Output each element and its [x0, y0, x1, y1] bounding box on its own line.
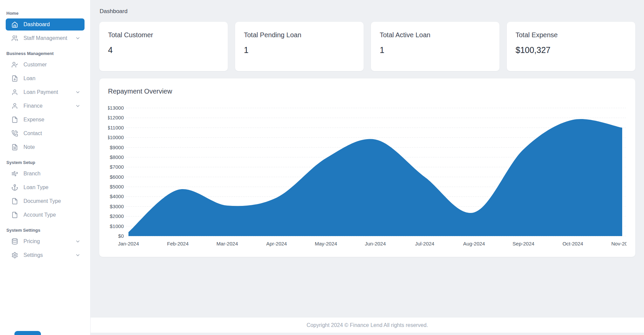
- y-axis-labels: $0$1000$2000$3000$4000$5000$6000$7000$80…: [108, 105, 124, 239]
- stat-card-value: 1: [380, 45, 491, 55]
- sidebar-item-label: Loan: [23, 75, 36, 81]
- stat-card-title: Total Expense: [516, 31, 627, 39]
- database-icon: [11, 238, 18, 245]
- footer: Copyright 2024 © Finance Lend All rights…: [91, 318, 644, 333]
- sidebar-section-home: Home: [6, 11, 85, 16]
- home-icon: [11, 21, 18, 28]
- sidebar-item-note[interactable]: Note: [6, 141, 85, 153]
- user-check-icon: [11, 61, 18, 68]
- sidebar-item-label: Note: [23, 144, 35, 150]
- repayment-overview-card: Repayment Overview $0$1000$2000$3000$400…: [99, 78, 635, 257]
- sidebar-item-dashboard[interactable]: Dashboard: [6, 18, 85, 31]
- sidebar-item-loan-payment[interactable]: Loan Payment: [6, 86, 85, 98]
- chevron-down-icon: [75, 239, 80, 244]
- svg-text:Oct-2024: Oct-2024: [562, 241, 583, 246]
- svg-text:$4000: $4000: [110, 193, 124, 199]
- svg-text:$3000: $3000: [110, 204, 124, 209]
- sidebar-item-contact[interactable]: Contact: [6, 127, 85, 139]
- wind-icon: [11, 170, 18, 177]
- sidebar: Home Dashboard Staff Management Business…: [0, 0, 91, 335]
- sidebar-item-account-type[interactable]: Account Type: [6, 209, 85, 221]
- sidebar-item-finance[interactable]: Finance: [6, 100, 85, 112]
- gear-icon: [11, 252, 18, 259]
- svg-text:$9000: $9000: [110, 145, 124, 150]
- svg-text:Jun-2024: Jun-2024: [365, 241, 386, 246]
- sidebar-item-label: Finance: [23, 103, 43, 109]
- repayment-area-series: [128, 119, 622, 236]
- svg-text:$0: $0: [118, 233, 124, 239]
- phone-call-icon: [11, 130, 18, 137]
- sidebar-item-document-type[interactable]: Document Type: [6, 195, 85, 207]
- svg-text:Apr-2024: Apr-2024: [266, 241, 287, 246]
- sidebar-item-label: Branch: [23, 171, 41, 177]
- stat-card-total-active-loan: Total Active Loan 1: [371, 22, 499, 71]
- footer-copyright-text: Copyright 2024 © Finance Lend All rights…: [307, 322, 428, 328]
- svg-text:Jul-2024: Jul-2024: [415, 241, 434, 246]
- user-icon: [11, 89, 18, 96]
- sidebar-item-label: Settings: [23, 252, 43, 258]
- sidebar-item-customer[interactable]: Customer: [6, 59, 85, 71]
- stat-card-value: 4: [108, 45, 219, 55]
- file-icon: [11, 116, 18, 123]
- chevron-down-icon: [75, 253, 80, 258]
- chevron-down-icon: [75, 90, 80, 95]
- repayment-overview-chart: $0$1000$2000$3000$4000$5000$6000$7000$80…: [108, 98, 627, 251]
- stat-card-value: $100,327: [516, 45, 627, 55]
- sidebar-item-staff-management[interactable]: Staff Management: [6, 32, 85, 44]
- svg-text:$7000: $7000: [110, 164, 124, 170]
- sidebar-item-label: Customer: [23, 62, 47, 68]
- svg-text:Nov-2024: Nov-2024: [611, 241, 627, 246]
- svg-text:$5000: $5000: [110, 184, 124, 189]
- file-icon: [11, 198, 18, 205]
- users-icon: [11, 35, 18, 42]
- svg-text:May-2024: May-2024: [315, 241, 337, 246]
- stat-card-title: Total Active Loan: [380, 31, 491, 39]
- sidebar-item-label: Loan Payment: [23, 89, 58, 95]
- sidebar-item-settings[interactable]: Settings: [6, 249, 85, 261]
- svg-text:$2000: $2000: [110, 213, 124, 219]
- sidebar-item-label: Dashboard: [23, 21, 50, 27]
- stat-card-title: Total Pending Loan: [244, 31, 355, 39]
- chart-title: Repayment Overview: [108, 88, 627, 95]
- svg-text:$8000: $8000: [110, 154, 124, 160]
- stat-card-total-pending-loan: Total Pending Loan 1: [235, 22, 364, 71]
- svg-text:Sep-2024: Sep-2024: [513, 241, 534, 246]
- sidebar-item-label: Account Type: [23, 212, 56, 218]
- sidebar-bottom-button[interactable]: [14, 331, 41, 335]
- x-axis-labels: Jan-2024Feb-2024Mar-2024Apr-2024May-2024…: [118, 241, 627, 246]
- chevron-down-icon: [75, 36, 80, 41]
- sidebar-item-label: Contact: [23, 130, 42, 136]
- stat-cards-row: Total Customer 4 Total Pending Loan 1 To…: [99, 22, 635, 71]
- sidebar-item-loan-type[interactable]: Loan Type: [6, 181, 85, 193]
- main-content: Dashboard Total Customer 4 Total Pending…: [91, 0, 644, 335]
- sidebar-item-pricing[interactable]: Pricing: [6, 235, 85, 247]
- sidebar-item-label: Loan Type: [23, 184, 48, 190]
- svg-text:$6000: $6000: [110, 174, 124, 180]
- sidebar-item-expense[interactable]: Expense: [6, 114, 85, 126]
- sidebar-item-loan[interactable]: Loan: [6, 72, 85, 85]
- file-plus-icon: [11, 75, 18, 82]
- stat-card-total-expense: Total Expense $100,327: [507, 22, 635, 71]
- sidebar-section-system-settings: System Settings: [6, 228, 85, 233]
- svg-text:Jan-2024: Jan-2024: [118, 241, 139, 246]
- sidebar-section-business-management: Business Management: [6, 51, 85, 56]
- sidebar-item-branch[interactable]: Branch: [6, 168, 85, 180]
- user-icon: [11, 103, 18, 109]
- sidebar-item-label: Pricing: [23, 238, 40, 244]
- sidebar-item-label: Expense: [23, 117, 44, 123]
- svg-text:$11000: $11000: [108, 125, 124, 130]
- stat-card-total-customer: Total Customer 4: [99, 22, 228, 71]
- chevron-down-icon: [75, 103, 80, 109]
- sidebar-item-label: Document Type: [23, 198, 61, 204]
- file-text-icon: [11, 144, 18, 151]
- page-title: Dashboard: [100, 8, 635, 15]
- stat-card-title: Total Customer: [108, 31, 219, 39]
- svg-text:$10000: $10000: [108, 134, 124, 140]
- sidebar-item-label: Staff Management: [23, 35, 67, 41]
- svg-text:Mar-2024: Mar-2024: [216, 241, 238, 246]
- file-icon: [11, 212, 18, 218]
- svg-text:$13000: $13000: [108, 105, 124, 111]
- svg-text:$12000: $12000: [108, 115, 124, 120]
- svg-text:Feb-2024: Feb-2024: [167, 241, 189, 246]
- sidebar-section-system-setup: System Setup: [6, 160, 85, 165]
